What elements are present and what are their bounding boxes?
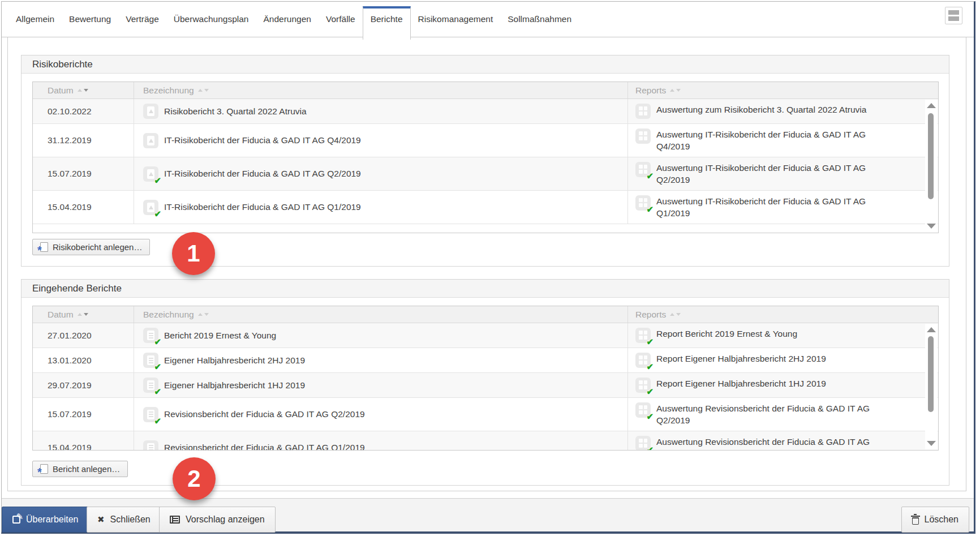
scroll-up-arrow-icon[interactable]	[927, 327, 936, 332]
cell-reports: Auswertung zum Risikobericht 3. Quartal …	[628, 99, 938, 123]
asterisk-icon: *	[37, 466, 42, 479]
tab-vertr-ge[interactable]: Verträge	[118, 2, 166, 37]
sort-icons	[670, 313, 681, 316]
cell-bezeichnung: ✔Revisionsbericht der Fiducia & GAD IT A…	[134, 398, 628, 431]
check-icon: ✔	[646, 362, 654, 372]
app-window: AllgemeinBewertungVerträgeÜberwachungspl…	[1, 1, 975, 534]
scrollbar-thumb[interactable]	[928, 336, 934, 412]
tab-bewertung[interactable]: Bewertung	[62, 2, 118, 37]
cell-datum: 15.07.2019	[33, 157, 134, 190]
schlie-en-button[interactable]: Schließen	[87, 507, 161, 533]
tab-berwachungsplan[interactable]: Überwachungsplan	[166, 2, 256, 37]
section-title: Risikoberichte	[32, 59, 93, 70]
column-label: Datum	[48, 85, 74, 96]
tab-risikomanagement[interactable]: Risikomanagement	[411, 2, 501, 37]
scrollbar-thumb[interactable]	[928, 113, 934, 199]
edit-icon	[12, 516, 20, 524]
cell-bezeichnung: ✔Revisionsbericht der Fiducia & GAD IT A…	[134, 431, 628, 451]
check-icon: ✔	[154, 209, 161, 219]
table-row[interactable]: 27.01.2020✔Bericht 2019 Ernest & Young✔R…	[33, 323, 938, 348]
table-row[interactable]: 29.07.2019✔Eigener Halbjahresbericht 1HJ…	[33, 373, 938, 398]
report-entry: ✔Auswertung Revisionsbericht der Fiducia…	[635, 436, 886, 451]
bezeichnung-text: Risikobericht 3. Quartal 2022 Atruvia	[164, 106, 307, 117]
table-row[interactable]: 15.04.2019✔Revisionsbericht der Fiducia …	[33, 431, 938, 451]
tab-berichte[interactable]: Berichte	[363, 6, 411, 40]
cell-reports: ✔Auswertung Revisionsbericht der Fiducia…	[628, 398, 938, 431]
table-row[interactable]: 02.10.2022Risikobericht 3. Quartal 2022 …	[33, 99, 938, 124]
sort-icons	[78, 89, 88, 92]
auswertung-icon: ✔	[635, 436, 651, 451]
sort-desc-icon	[84, 89, 88, 92]
table-row[interactable]: 13.01.2020✔Eigener Halbjahresbericht 2HJ…	[33, 348, 938, 373]
create-report-button[interactable]: * Risikobericht anlegen…	[32, 239, 150, 255]
cell-reports: ✔Report Eigener Halbjahresbericht 2HJ 20…	[628, 348, 938, 372]
incoming-report-icon: ✔	[143, 353, 158, 368]
incoming-report-icon: ✔	[143, 407, 158, 422]
column-header-bezeichnung[interactable]: Bezeichnung	[134, 306, 628, 323]
check-icon: ✔	[646, 387, 654, 397]
table-body: 02.10.2022Risikobericht 3. Quartal 2022 …	[33, 99, 938, 224]
cell-reports: Auswertung IT-Risikobericht der Fiducia …	[628, 124, 938, 157]
column-header-datum[interactable]: Datum	[33, 306, 134, 323]
report-text: Auswertung IT-Risikobericht der Fiducia …	[656, 195, 886, 219]
table-header-row: DatumBezeichnungReports	[33, 82, 938, 99]
section-header: Risikoberichte	[22, 55, 949, 74]
column-label: Bezeichnung	[143, 85, 194, 96]
vertical-scrollbar[interactable]	[925, 324, 938, 449]
auswertung-icon	[635, 104, 651, 119]
report-entry: ✔Auswertung IT-Risikobericht der Fiducia…	[635, 195, 886, 219]
bezeichnung-text: IT-Risikobericht der Fiducia & GAD IT AG…	[164, 135, 361, 145]
tab-vorf-lle[interactable]: Vorfälle	[319, 2, 363, 37]
l-schen-button[interactable]: Löschen	[901, 507, 970, 533]
column-header-bezeichnung[interactable]: Bezeichnung	[134, 82, 628, 98]
create-report-button[interactable]: * Bericht anlegen…	[32, 461, 128, 477]
scroll-down-arrow-icon[interactable]	[927, 441, 936, 446]
reports-table: DatumBezeichnungReports 02.10.2022Risiko…	[32, 82, 939, 233]
bottom-toolbar: ÜberarbeitenSchließenVorschlag anzeigenL…	[2, 498, 974, 531]
section-eingehende-berichte: Eingehende Berichte DatumBezeichnungRepo…	[21, 279, 949, 486]
table-row[interactable]: 15.04.2019✔IT-Risikobericht der Fiducia …	[33, 191, 938, 224]
report-entry: ✔Report Bericht 2019 Ernest & Young	[635, 328, 797, 343]
sort-desc-icon	[84, 313, 88, 316]
column-header-datum[interactable]: Datum	[33, 82, 134, 98]
column-header-reports[interactable]: Reports	[628, 306, 938, 323]
vertical-scrollbar[interactable]	[925, 100, 938, 232]
cell-datum: 31.12.2019	[33, 124, 134, 157]
report-text: Report Eigener Halbjahresbericht 1HJ 201…	[656, 378, 826, 389]
annotation-circle-2: 2	[173, 457, 216, 500]
check-icon: ✔	[154, 387, 161, 397]
reports-table: DatumBezeichnungReports 27.01.2020✔Beric…	[32, 306, 939, 451]
scroll-up-arrow-icon[interactable]	[927, 103, 936, 108]
layout-toggle-button[interactable]	[945, 7, 962, 24]
tab-allgemein[interactable]: Allgemein	[8, 2, 62, 37]
table-row[interactable]: 15.07.2019✔IT-Risikobericht der Fiducia …	[33, 157, 938, 191]
tab-sollma-nahmen[interactable]: Sollmaßnahmen	[500, 2, 579, 37]
cell-reports: ✔Report Bericht 2019 Ernest & Young	[628, 323, 938, 348]
new-document-icon: *	[40, 464, 48, 474]
tab-nderungen[interactable]: Änderungen	[256, 2, 318, 37]
report-text: Report Bericht 2019 Ernest & Young	[656, 328, 797, 340]
bezeichnung-text: IT-Risikobericht der Fiducia & GAD IT AG…	[164, 202, 361, 212]
auswertung-icon: ✔	[635, 328, 651, 343]
auswertung-icon	[635, 128, 651, 144]
section-risikoberichte: Risikoberichte DatumBezeichnungReports 0…	[21, 55, 949, 267]
cell-datum: 15.07.2019	[33, 398, 134, 431]
risk-report-icon: ✔	[143, 166, 158, 182]
incoming-report-icon: ✔	[143, 328, 158, 343]
check-icon: ✔	[646, 171, 654, 181]
table-row[interactable]: 15.07.2019✔Revisionsbericht der Fiducia …	[33, 398, 938, 431]
scroll-down-arrow-icon[interactable]	[927, 224, 936, 229]
sort-asc-icon	[198, 89, 203, 92]
cell-bezeichnung: ✔IT-Risikobericht der Fiducia & GAD IT A…	[134, 191, 628, 224]
vorschlag-anzeigen-button[interactable]: Vorschlag anzeigen	[159, 507, 276, 533]
sort-asc-icon	[670, 313, 674, 316]
cell-bezeichnung: ✔Eigener Halbjahresbericht 1HJ 2019	[134, 373, 628, 397]
report-text: Auswertung Revisionsbericht der Fiducia …	[656, 402, 886, 426]
berarbeiten-button[interactable]: Überarbeiten	[2, 507, 89, 533]
column-header-reports[interactable]: Reports	[628, 82, 938, 98]
table-row[interactable]: 31.12.2019IT-Risikobericht der Fiducia &…	[33, 124, 938, 157]
close-icon	[97, 514, 105, 525]
auswertung-icon: ✔	[635, 402, 651, 418]
column-label: Datum	[48, 310, 74, 320]
cell-reports: ✔Auswertung Revisionsbericht der Fiducia…	[628, 431, 938, 451]
